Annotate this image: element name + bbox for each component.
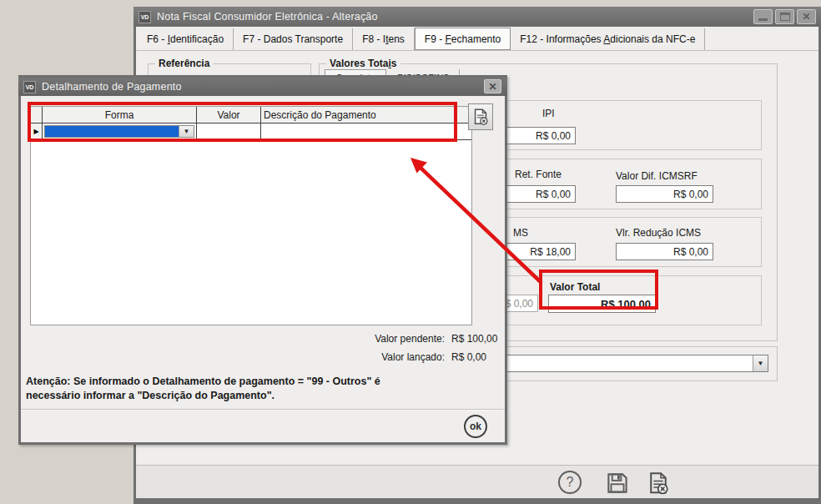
tab-f9-fechamento[interactable]: F9 - Fechamento [415,28,511,50]
app-icon: VD [139,11,151,23]
tab-f8-itens[interactable]: F8 - Itens [353,28,415,50]
row-selector-header [31,107,43,123]
vlr-reducao-icms-label: Vlr. Redução ICMS [616,227,701,239]
bottom-toolbar: ? [136,465,818,498]
ok-button[interactable]: ok [464,415,487,438]
cancel-button[interactable] [646,471,671,496]
dialog-titlebar: VD Detalhamento de Pagamento [18,78,507,96]
valor-pendente-value: R$ 100,00 [451,333,497,345]
tab-f6-identificacao[interactable]: F6 - Identificação [138,28,234,50]
desktop: VD Nota Fiscal Consumidor Eletrônica - A… [0,0,821,504]
minimize-icon [758,18,768,21]
dialog-app-icon: VD [23,81,36,93]
dialog-title: Detalhamento de Pagamento [42,81,182,93]
payment-grid: Forma Valor Descrição do Pagamento ▶ ▼ [30,106,472,325]
valor-total-label: Valor Total [550,281,600,293]
valor-pendente-label: Valor pendente: [365,333,445,345]
warning-line-2: necessário informar a "Descrição do Paga… [26,389,485,403]
valor-lancado-label: Valor lançado: [365,351,445,363]
delete-document-icon [471,107,490,127]
vlr-reducao-icms-field[interactable]: R$ 0,00 [616,243,713,260]
group-referencia-label: Referência [155,58,213,69]
main-titlebar: VD Nota Fiscal Consumidor Eletrônica - A… [133,7,821,27]
icms-label: MS [513,227,528,239]
valor-dif-icmsrf-field[interactable]: R$ 0,00 [616,185,713,203]
ret-fonte-label: Ret. Fonte [515,169,562,180]
window-title: Nota Fiscal Consumidor Eletrônica - Alte… [157,11,378,23]
main-tabstrip: F6 - Identificação F7 - Dados Transporte… [136,27,818,51]
minimize-button[interactable] [753,9,773,24]
cancel-document-icon [646,471,671,496]
save-button[interactable] [605,471,630,496]
valor-lancado-value: R$ 0,00 [451,351,486,363]
column-header-valor[interactable]: Valor [197,107,261,123]
payment-grid-row: ▶ ▼ [31,123,471,140]
maximize-icon [780,13,790,21]
forma-dropdown-selection [45,126,179,137]
ipi-label: IPI [542,108,555,119]
dialog-detalhamento-pagamento: VD Detalhamento de Pagamento ✕ Forma Val… [18,75,507,445]
save-icon [605,471,630,496]
chevron-down-icon[interactable]: ▼ [753,355,768,371]
close-button[interactable]: ✕ [797,9,816,24]
valor-dif-icmsrf-label: Valor Dif. ICMSRF [616,170,698,182]
help-button[interactable]: ? [558,471,583,496]
delete-row-button[interactable] [468,103,493,130]
maximize-button[interactable] [775,9,794,24]
column-header-forma[interactable]: Forma [43,107,197,123]
forma-chevron-down-icon[interactable]: ▼ [179,126,194,137]
valor-total-field[interactable]: R$ 100,00 [548,295,656,313]
row-selector-icon: ▶ [31,123,43,139]
warning-text: Atenção: Se informado o Detalhamento de … [26,375,485,403]
forma-dropdown[interactable]: ▼ [44,125,194,138]
warning-line-1: Atenção: Se informado o Detalhamento de … [26,375,485,389]
valor-cell[interactable] [197,123,261,139]
dialog-separator [21,409,505,411]
tab-f12-informacoes-adicionais[interactable]: F12 - Informações Adicionais da NFC-e [511,28,705,50]
payment-grid-header: Forma Valor Descrição do Pagamento [31,107,471,123]
forma-cell: ▼ [43,123,197,139]
help-icon: ? [558,471,582,494]
dialog-close-button[interactable]: ✕ [484,79,501,93]
tab-f7-dados-transporte[interactable]: F7 - Dados Transporte [234,28,353,50]
column-header-descricao[interactable]: Descrição do Pagamento [261,107,471,123]
group-valores-totais-label: Valores Totais [326,58,400,69]
descricao-cell[interactable] [261,123,471,139]
